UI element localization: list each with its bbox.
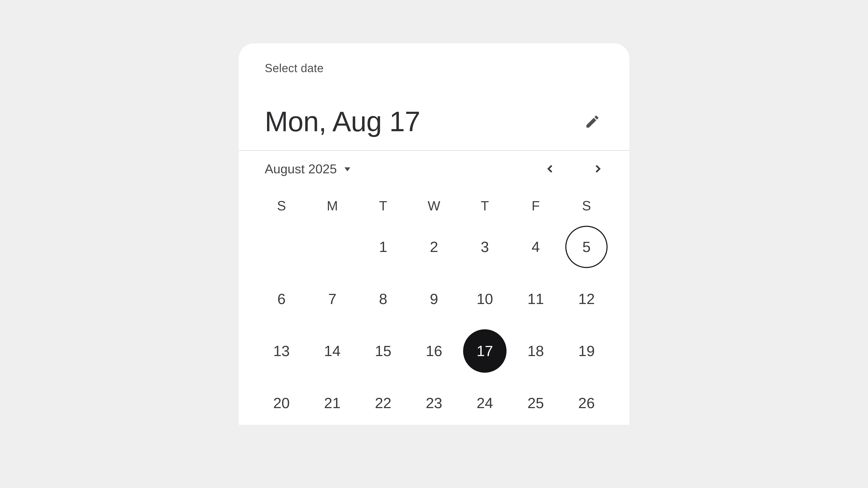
calendar-empty-cell [260,225,303,268]
day-of-week-header: S [561,195,612,217]
calendar-day[interactable]: 13 [260,329,303,373]
calendar-day-number: 10 [477,290,493,307]
calendar-day[interactable]: 2 [412,225,456,268]
calendar-day-number: 3 [480,238,489,255]
calendar-day-number: 5 [583,238,591,255]
calendar-day[interactable]: 16 [412,329,456,373]
calendar-day[interactable]: 8 [362,277,405,321]
date-picker-header: Select date Mon, Aug 17 [239,43,629,151]
month-controls: August 2025 [239,151,629,180]
calendar-day-number: 18 [527,343,544,359]
day-of-week-header: W [408,195,459,217]
calendar-empty-cell [311,225,354,268]
calendar-day-number: 11 [527,290,544,307]
calendar-day[interactable]: 10 [463,277,506,321]
calendar-grid: SMTWTFS123456789101112131415161718192021… [239,180,629,425]
calendar-day[interactable]: 14 [311,329,354,373]
previous-month-button[interactable] [539,158,561,180]
calendar-day-number: 19 [578,343,595,359]
day-of-week-header: S [256,195,307,217]
headline-row: Mon, Aug 17 [265,105,603,138]
calendar-day-number: 17 [477,343,493,359]
calendar-day-number: 22 [375,395,391,412]
calendar-day-number: 9 [430,290,438,307]
calendar-day-number: 2 [430,238,438,255]
calendar-day[interactable]: 1 [362,225,405,268]
calendar-day[interactable]: 3 [463,225,506,268]
calendar-day[interactable]: 19 [565,329,608,373]
calendar-day[interactable]: 22 [362,381,405,425]
calendar-day-number: 1 [379,238,388,255]
day-of-week-header: F [510,195,561,217]
calendar-day[interactable]: 15 [362,329,405,373]
month-year-selector[interactable]: August 2025 [265,162,350,176]
calendar-day-number: 4 [531,238,540,255]
chevron-left-icon [546,164,555,174]
calendar-day-number: 20 [273,395,290,412]
calendar-day-number: 12 [578,290,595,307]
calendar-day[interactable]: 7 [311,277,354,321]
calendar-day[interactable]: 23 [412,381,456,425]
chevron-right-icon [593,164,602,174]
calendar-day-number: 14 [324,343,341,359]
calendar-day-number: 21 [324,395,341,412]
calendar-day[interactable]: 25 [514,381,557,425]
day-of-week-header: T [358,195,408,217]
calendar-day[interactable]: 18 [514,329,557,373]
month-nav-arrows [539,158,608,180]
calendar-day-number: 15 [375,343,391,359]
calendar-day[interactable]: 5 [565,225,608,268]
edit-date-button[interactable] [582,111,603,132]
calendar-day[interactable]: 11 [514,277,557,321]
calendar-day[interactable]: 6 [260,277,303,321]
calendar-day[interactable]: 20 [260,381,303,425]
calendar-day-number: 13 [273,343,290,359]
calendar-day-number: 6 [277,290,286,307]
supertitle: Select date [265,61,603,75]
next-month-button[interactable] [587,158,608,180]
month-year-label: August 2025 [265,162,337,176]
calendar-day[interactable]: 17 [463,329,506,373]
calendar-day-number: 16 [426,343,442,359]
calendar-day-number: 25 [527,395,544,412]
calendar-day-number: 24 [477,395,493,412]
calendar-day[interactable]: 26 [565,381,608,425]
dropdown-triangle-icon [344,167,350,171]
calendar-day[interactable]: 9 [412,277,456,321]
calendar-day[interactable]: 21 [311,381,354,425]
day-of-week-header: T [460,195,510,217]
selected-date-headline: Mon, Aug 17 [265,105,420,138]
calendar-day-number: 23 [426,395,442,412]
calendar-day[interactable]: 4 [514,225,557,268]
calendar-day-number: 8 [379,290,388,307]
date-picker-dialog: Select date Mon, Aug 17 August 2025 [239,43,629,425]
calendar-day-number: 7 [328,290,337,307]
calendar-day-number: 26 [578,395,595,412]
calendar-day[interactable]: 12 [565,277,608,321]
day-of-week-header: M [307,195,358,217]
pencil-icon [585,114,600,130]
calendar-day[interactable]: 24 [463,381,506,425]
